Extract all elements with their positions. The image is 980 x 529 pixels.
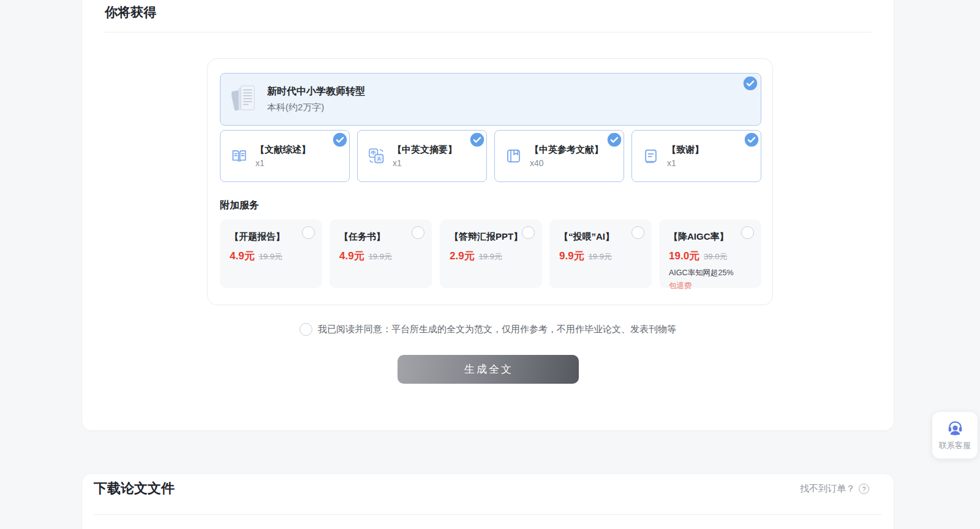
addon-radio[interactable] [631, 226, 644, 239]
document-stack-icon [232, 83, 257, 116]
include-label: 【文献综述】 [255, 144, 311, 156]
addon-card-task-book[interactable]: 【任务书】 4.9元 19.9元 [330, 219, 432, 288]
addon-original-price: 19.9元 [259, 251, 282, 262]
product-subtitle: 本科(约2万字) [267, 102, 365, 113]
addon-original-price: 39.0元 [704, 251, 727, 262]
product-text: 新时代中小学教师转型 本科(约2万字) [267, 85, 365, 113]
contact-support-widget[interactable]: 联系客服 [932, 412, 978, 459]
include-card-abstract[interactable]: 中 A 【中英文摘要】 x1 [357, 130, 487, 182]
generate-fulltext-button[interactable]: 生成全文 [398, 355, 579, 384]
offer-container: 新时代中小学教师转型 本科(约2万字) 【文献综述】 x1 [207, 58, 773, 305]
addon-original-price: 19.9元 [589, 251, 612, 262]
addon-card-feed-ai[interactable]: 【“投喂”AI】 9.9元 19.9元 [549, 219, 652, 288]
addon-price: 2.9元 [450, 249, 475, 263]
download-title: 下载论文文件 [94, 479, 175, 498]
include-text: 【中英参考文献】 x40 [530, 144, 603, 168]
product-title: 新时代中小学教师转型 [267, 85, 365, 98]
addon-card-reduce-aigc[interactable]: 【降AIGC率】 19.0元 39.0元 AIGC率知网超25% 包退费 [659, 219, 761, 288]
addon-original-price: 19.9元 [479, 251, 502, 262]
include-text: 【文献综述】 x1 [255, 144, 311, 168]
headset-icon [947, 420, 963, 436]
addon-radio[interactable] [522, 226, 535, 239]
you-get-title: 你将获得 [105, 4, 156, 21]
contact-support-label: 联系客服 [939, 440, 971, 451]
include-label: 【中英参考文献】 [530, 144, 603, 156]
section-divider [94, 514, 882, 515]
include-card-literature-review[interactable]: 【文献综述】 x1 [220, 130, 350, 182]
cant-find-order-text: 找不到订单？ [800, 483, 855, 495]
include-count: x1 [255, 158, 311, 168]
addons-title: 附加服务 [220, 199, 259, 212]
svg-text:A: A [377, 156, 381, 162]
addon-price: 4.9元 [230, 249, 255, 263]
addon-price-row: 4.9元 19.9元 [339, 249, 424, 263]
agreement-radio[interactable] [300, 323, 312, 336]
product-card[interactable]: 新时代中小学教师转型 本科(约2万字) [220, 73, 761, 126]
include-card-references[interactable]: 【中英参考文献】 x40 [494, 130, 624, 182]
note-icon [643, 148, 659, 164]
agreement-text: 我已阅读并同意：平台所生成的全文为范文，仅用作参考，不用作毕业论文、发表刊物等 [318, 324, 676, 335]
open-book-icon [231, 148, 247, 164]
addon-price-row: 4.9元 19.9元 [230, 249, 315, 263]
check-badge-icon [744, 132, 759, 147]
download-section: 下载论文文件 找不到订单？ ? [81, 473, 894, 529]
include-text: 【中英文摘要】 x1 [393, 144, 457, 168]
addon-radio[interactable] [302, 226, 315, 239]
include-count: x1 [393, 158, 457, 168]
include-count: x40 [530, 158, 603, 168]
addon-refund-note: 包退费 [669, 281, 754, 291]
addon-note: AIGC率知网超25% [669, 268, 754, 278]
addon-price-row: 19.0元 39.0元 [669, 249, 754, 263]
you-get-section: 你将获得 新时代中小学教师转型 本科(约2万字) [81, 0, 894, 431]
addon-price-row: 2.9元 19.9元 [450, 249, 535, 263]
reference-book-icon [505, 148, 522, 164]
check-badge-icon [470, 132, 484, 147]
addon-radio[interactable] [741, 226, 754, 239]
cant-find-order-link[interactable]: 找不到订单？ ? [800, 483, 869, 495]
addon-card-proposal-report[interactable]: 【开题报告】 4.9元 19.9元 [220, 219, 322, 288]
check-badge-icon [743, 76, 758, 91]
translate-icon: 中 A [368, 148, 385, 164]
addon-price-row: 9.9元 19.9元 [559, 249, 644, 263]
include-text: 【致谢】 x1 [667, 144, 704, 168]
addon-price: 9.9元 [559, 249, 584, 263]
include-count: x1 [667, 158, 704, 168]
addon-radio[interactable] [412, 226, 424, 239]
page: 你将获得 新时代中小学教师转型 本科(约2万字) [0, 0, 980, 529]
agreement-row: 我已阅读并同意：平台所生成的全文为范文，仅用作参考，不用作毕业论文、发表刊物等 [82, 323, 894, 336]
question-circle-icon[interactable]: ? [859, 484, 869, 494]
include-label: 【中英文摘要】 [393, 144, 457, 156]
check-badge-icon [607, 132, 622, 147]
include-card-acknowledgement[interactable]: 【致谢】 x1 [631, 130, 761, 182]
check-badge-icon [333, 132, 347, 147]
addon-price: 4.9元 [339, 249, 364, 263]
addon-original-price: 19.9元 [369, 251, 392, 262]
addon-card-defense-ppt[interactable]: 【答辩汇报PPT】 2.9元 19.9元 [440, 219, 542, 288]
include-label: 【致谢】 [667, 144, 704, 156]
addon-price: 19.0元 [669, 249, 699, 263]
section-divider [105, 32, 871, 32]
